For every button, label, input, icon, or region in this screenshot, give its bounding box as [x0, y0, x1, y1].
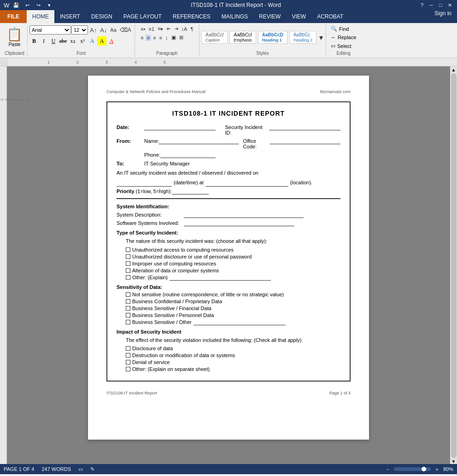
word-icon: W	[4, 2, 9, 9]
edit-mode-icon[interactable]: ✎	[90, 466, 94, 472]
tab-view[interactable]: VIEW	[286, 10, 311, 23]
priority-field[interactable]	[172, 188, 209, 194]
font-color-button[interactable]: A	[107, 36, 116, 46]
bullets-button[interactable]: ≡•	[139, 26, 146, 32]
tab-design[interactable]: DESIGN	[86, 10, 118, 23]
highlight-button[interactable]: A	[97, 36, 106, 46]
scrollbar[interactable]: ▲ ▼	[450, 66, 457, 464]
checkbox-improper-use[interactable]: Improper use of computing resources	[126, 261, 340, 266]
clear-format-button[interactable]: ⌫A	[118, 26, 133, 34]
align-center-button[interactable]: ≡	[146, 35, 151, 41]
zoom-in-button[interactable]: ＋	[434, 466, 439, 473]
style-heading1[interactable]: AaBbCcDHeading 1	[258, 31, 287, 44]
tab-insert[interactable]: INSERT	[54, 10, 86, 23]
strikethrough-button[interactable]: abc	[59, 36, 68, 46]
style-emphasis[interactable]: AaBbCcIEmphasis	[229, 31, 256, 44]
quick-save[interactable]: 💾	[12, 1, 20, 9]
styles-label: Styles	[256, 51, 269, 56]
scroll-up-button[interactable]: ▲	[451, 67, 456, 72]
date-time-field[interactable]	[117, 179, 172, 187]
decrease-indent-button[interactable]: ⇤	[165, 25, 172, 32]
superscript-button[interactable]: x²	[78, 36, 87, 46]
date-field[interactable]	[144, 124, 216, 130]
ribbon-tabs-row: FILE HOME INSERT DESIGN PAGE LAYOUT REFE…	[0, 10, 457, 23]
font-shrink-button[interactable]: A↓	[99, 26, 108, 34]
checkbox-disclosure[interactable]: Disclosure of data	[126, 346, 340, 351]
show-marks-button[interactable]: ¶	[189, 26, 194, 32]
checkbox-destruction[interactable]: Destruction or modification of data or s…	[126, 353, 340, 358]
align-right-button[interactable]: ≡	[152, 35, 157, 41]
restore-button[interactable]: □	[437, 1, 444, 9]
tab-mailings[interactable]: MAILINGS	[216, 10, 253, 23]
phone-field[interactable]	[160, 152, 216, 158]
increase-indent-button[interactable]: ⇥	[173, 25, 180, 32]
find-button[interactable]: 🔍 Find	[328, 25, 352, 33]
tab-page-layout[interactable]: PAGE LAYOUT	[118, 10, 167, 23]
title-text: ITSD108-1 IT Incident Report - Word	[53, 2, 418, 8]
zoom-out-button[interactable]: －	[385, 466, 390, 473]
multilevel-button[interactable]: ≡▸	[156, 25, 164, 32]
location-field[interactable]	[205, 179, 288, 187]
checkbox-other-type[interactable]: Other: (Explain)	[126, 275, 340, 281]
system-desc-field[interactable]	[184, 212, 304, 218]
quick-redo[interactable]: ↪	[34, 1, 42, 9]
checkbox-personnel[interactable]: Business Sensitive / Personnel Data	[126, 312, 340, 318]
zoom-bar[interactable]	[394, 467, 431, 471]
tab-acrobat[interactable]: ACROBAT	[311, 10, 349, 23]
font-size-select[interactable]: 12	[71, 25, 88, 35]
checkbox-not-sensitive[interactable]: Not sensitive (routine correspondence, o…	[126, 292, 340, 297]
quick-more[interactable]: ▾	[45, 1, 53, 9]
scroll-down-button[interactable]: ▼	[451, 459, 456, 464]
help-button[interactable]: ?	[418, 1, 426, 9]
scroll-thumb[interactable]	[451, 73, 457, 458]
paragraph-content: ≡• ≡1 ≡▸ ⇤ ⇥ ↕A ¶ ≡ ≡ ≡ ≡ ↕ ▣ ⊞	[139, 25, 194, 50]
other-type-field[interactable]	[170, 275, 271, 281]
quick-undo[interactable]: ↩	[23, 1, 31, 9]
office-code-field[interactable]	[270, 138, 340, 144]
replace-button[interactable]: ↔ Replace	[328, 34, 359, 41]
minimize-button[interactable]: ─	[428, 1, 435, 9]
style-heading2[interactable]: AaBbCcHeading 2	[289, 31, 316, 44]
underline-button[interactable]: U	[49, 36, 58, 46]
close-button[interactable]: ✕	[446, 1, 453, 9]
paste-button[interactable]: 📋 Paste	[4, 25, 25, 49]
tab-home[interactable]: HOME	[27, 10, 54, 23]
checkbox-alteration[interactable]: Alteration of data or computer systems	[126, 268, 340, 273]
sort-button[interactable]: ↕A	[180, 26, 189, 32]
change-case-button[interactable]: Aa	[109, 27, 117, 33]
checkbox-other-impact[interactable]: Other: (Explain on separate sheet)	[126, 366, 340, 372]
checkbox-confidential[interactable]: Business Confidential / Proprietary Data	[126, 299, 340, 304]
tab-review[interactable]: REVIEW	[253, 10, 286, 23]
text-effects-button[interactable]: A	[88, 36, 97, 46]
sensitivity-other-field[interactable]	[193, 319, 286, 325]
editing-label: Editing	[336, 51, 351, 56]
subscript-button[interactable]: x₂	[68, 36, 77, 46]
checkbox-unauthorized-disclosure[interactable]: Unauthorized disclosure or use of person…	[126, 254, 340, 259]
numbering-button[interactable]: ≡1	[147, 26, 156, 32]
shading-button[interactable]: ▣	[170, 34, 177, 41]
doc-content[interactable]: Computer & Network Policies and Procedur…	[7, 66, 450, 464]
checkbox-financial[interactable]: Business Sensitive / Financial Data	[126, 306, 340, 311]
styles-scroll-button[interactable]: ▾	[318, 32, 324, 43]
style-caption[interactable]: AaBbCcICaption	[201, 31, 228, 44]
tab-file[interactable]: FILE	[0, 10, 27, 23]
tab-references[interactable]: REFERENCES	[167, 10, 216, 23]
office-code-label: Office Code:	[243, 138, 270, 149]
layout-icon[interactable]: ▭	[78, 466, 83, 472]
line-spacing-button[interactable]: ↕	[164, 35, 170, 41]
align-left-button[interactable]: ≡	[139, 35, 145, 41]
software-field[interactable]	[184, 220, 294, 226]
name-field[interactable]	[159, 138, 238, 144]
justify-button[interactable]: ≡	[158, 35, 164, 41]
borders-button[interactable]: ⊞	[178, 34, 185, 41]
sign-in-button[interactable]: Sign in	[429, 10, 457, 23]
font-grow-button[interactable]: A↑	[88, 26, 98, 34]
bold-button[interactable]: B	[29, 36, 39, 46]
select-button[interactable]: ▭ Select	[328, 42, 354, 50]
security-id-field[interactable]	[269, 124, 340, 130]
font-family-select[interactable]: Arial	[29, 25, 71, 35]
checkbox-sensitivity-other[interactable]: Business Sensitive / Other	[126, 319, 340, 325]
checkbox-unauthorized-access[interactable]: Unauthorized access to computing resourc…	[126, 247, 340, 253]
checkbox-denial[interactable]: Denial of service	[126, 359, 340, 365]
italic-button[interactable]: I	[39, 36, 48, 46]
